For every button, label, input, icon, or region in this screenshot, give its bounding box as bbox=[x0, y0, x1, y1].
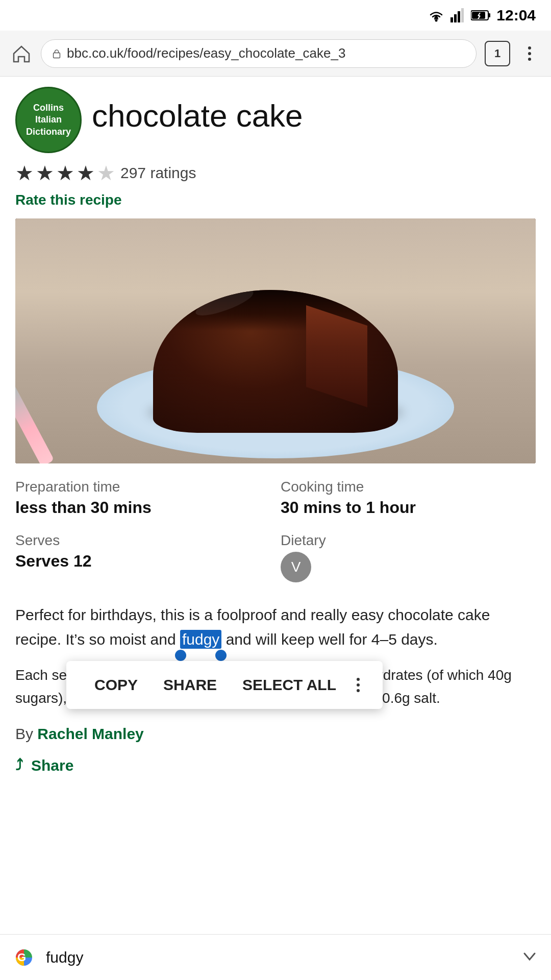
url-bar[interactable]: bbc.co.uk/food/recipes/easy_chocolate_ca… bbox=[41, 39, 477, 68]
svg-rect-4 bbox=[461, 8, 464, 22]
star-5: ★ bbox=[97, 161, 115, 185]
header-row: Collins Italian Dictionary chocolate cak… bbox=[15, 87, 536, 153]
url-text: bbc.co.uk/food/recipes/easy_chocolate_ca… bbox=[67, 45, 345, 61]
browser-menu-button[interactable] bbox=[518, 42, 541, 65]
page-title: chocolate cake bbox=[92, 87, 303, 135]
by-text: By bbox=[15, 725, 37, 742]
context-menu: COPY SHARE SELECT ALL bbox=[66, 661, 383, 709]
share-icon: ⤴ bbox=[15, 757, 23, 774]
info-grid: Preparation time less than 30 mins Cooki… bbox=[15, 479, 536, 587]
description-end: and will keep well for 4–5 days. bbox=[221, 631, 438, 648]
dictionary-badge[interactable]: Collins Italian Dictionary bbox=[15, 87, 82, 153]
browser-bar: bbc.co.uk/food/recipes/easy_chocolate_ca… bbox=[0, 31, 551, 77]
more-dot-1 bbox=[357, 678, 360, 681]
prep-time-value: less than 30 mins bbox=[15, 498, 270, 517]
home-button[interactable] bbox=[10, 42, 33, 65]
battery-icon bbox=[471, 10, 491, 21]
dietary-cell: Dietary V bbox=[281, 532, 536, 582]
dietary-label: Dietary bbox=[281, 532, 536, 549]
google-logo: G bbox=[10, 944, 38, 971]
signal-icon bbox=[450, 8, 466, 22]
star-2: ★ bbox=[36, 161, 54, 185]
status-icons: 12:04 bbox=[427, 7, 536, 24]
svg-text:G: G bbox=[17, 951, 26, 964]
serves-value: Serves 12 bbox=[15, 552, 270, 571]
star-3: ★ bbox=[56, 161, 74, 185]
prep-time-label: Preparation time bbox=[15, 479, 270, 495]
svg-point-0 bbox=[435, 19, 438, 22]
copy-button[interactable]: COPY bbox=[84, 671, 148, 699]
stars: ★ ★ ★ ★ ★ bbox=[15, 161, 115, 185]
serves-cell: Serves Serves 12 bbox=[15, 532, 270, 582]
rating-count: 297 ratings bbox=[120, 164, 196, 182]
serves-label: Serves bbox=[15, 532, 270, 549]
google-search-text[interactable]: fudgy bbox=[46, 949, 510, 966]
more-dot-3 bbox=[357, 689, 360, 692]
select-all-button[interactable]: SELECT ALL bbox=[232, 671, 346, 699]
tab-count-button[interactable]: 1 bbox=[485, 41, 510, 66]
svg-rect-3 bbox=[458, 11, 460, 22]
cook-time-value: 30 mins to 1 hour bbox=[281, 498, 536, 517]
svg-rect-6 bbox=[488, 13, 490, 17]
more-options-button[interactable] bbox=[352, 673, 365, 697]
cake-image-inner bbox=[15, 218, 536, 463]
share-button[interactable]: SHARE bbox=[153, 671, 227, 699]
google-search-bar[interactable]: G fudgy bbox=[0, 934, 551, 980]
share-label: Share bbox=[31, 757, 73, 774]
star-4: ★ bbox=[77, 161, 95, 185]
svg-rect-1 bbox=[450, 17, 453, 22]
menu-dot-3 bbox=[528, 58, 531, 61]
wifi-icon bbox=[427, 8, 445, 22]
cook-time-cell: Cooking time 30 mins to 1 hour bbox=[281, 479, 536, 517]
svg-rect-2 bbox=[454, 14, 457, 22]
more-dot-2 bbox=[357, 683, 360, 687]
selection-handle-left bbox=[175, 650, 186, 661]
lock-icon bbox=[52, 48, 62, 59]
dietary-icon: V bbox=[281, 552, 311, 582]
svg-rect-11 bbox=[54, 53, 60, 58]
rate-recipe-link[interactable]: Rate this recipe bbox=[15, 192, 536, 208]
status-time: 12:04 bbox=[496, 7, 536, 24]
rating-row: ★ ★ ★ ★ ★ 297 ratings bbox=[15, 161, 536, 185]
description-text: Perfect for birthdays, this is a foolpro… bbox=[15, 603, 536, 652]
author-link[interactable]: Rachel Manley bbox=[37, 725, 143, 742]
share-row[interactable]: ⤴ Share bbox=[15, 747, 536, 785]
by-line: By Rachel Manley bbox=[15, 725, 536, 743]
highlight-word: fudgy bbox=[180, 630, 221, 649]
star-1: ★ bbox=[15, 161, 34, 185]
menu-dot-1 bbox=[528, 46, 531, 50]
status-bar: 12:04 bbox=[0, 0, 551, 31]
cake-image bbox=[15, 218, 536, 463]
cook-time-label: Cooking time bbox=[281, 479, 536, 495]
prep-time-cell: Preparation time less than 30 mins bbox=[15, 479, 270, 517]
collapse-button[interactable] bbox=[518, 946, 541, 969]
selection-handle-right bbox=[215, 650, 227, 661]
menu-dot-2 bbox=[528, 52, 531, 55]
dictionary-badge-text: Collins Italian Dictionary bbox=[26, 102, 71, 138]
